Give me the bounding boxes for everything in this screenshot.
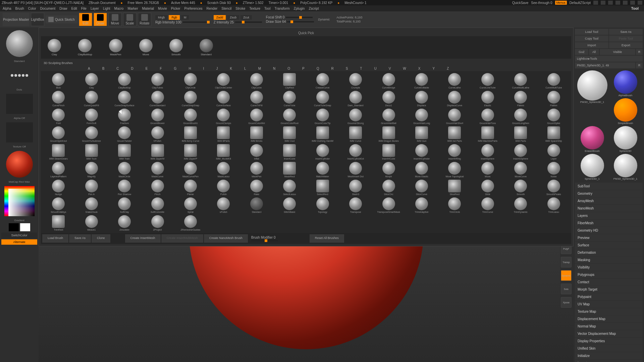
section-unified-skin[interactable]: Unified Skin <box>575 345 643 352</box>
brush-curvemultitube[interactable]: CurveMultiTube <box>538 72 570 89</box>
alpha-Q[interactable]: Q <box>317 67 319 70</box>
brush-creasecurve[interactable]: CreaseCurve <box>307 72 339 89</box>
brush-cliprect[interactable]: ClipRect <box>273 72 306 89</box>
goz-btn[interactable]: GoZ <box>575 49 588 55</box>
window-btn-2[interactable] <box>601 1 605 5</box>
brush-immcurve[interactable]: IMM Curve <box>339 126 372 143</box>
brush-immbricks[interactable]: IMM Bricks <box>240 126 273 143</box>
brush-groomerstrong[interactable]: GroomerStrong <box>339 108 372 125</box>
alpha-T[interactable]: T <box>360 67 362 70</box>
section-morph-target[interactable]: Morph Target <box>575 286 643 293</box>
alpha-J[interactable]: J <box>216 67 218 70</box>
edit-btn[interactable]: Edit <box>79 13 92 26</box>
brush-insertsphere[interactable]: InsertSphere <box>472 143 504 161</box>
copy-tool-btn[interactable]: Copy Tool <box>575 36 608 42</box>
brush-immbparts[interactable]: IMM BParts <box>207 126 239 143</box>
brush-insertcylinder[interactable]: InsertCylinder <box>307 143 339 161</box>
move-btn[interactable]: Move <box>108 13 122 26</box>
window-btn-4[interactable] <box>615 1 620 5</box>
brush-trimlasso[interactable]: TrimLasso <box>538 197 570 214</box>
alpha-U[interactable]: U <box>374 67 376 70</box>
brush-immtoon[interactable]: IMM Toon <box>75 143 107 161</box>
brush-fold[interactable]: Fold <box>42 108 74 125</box>
brush-selectlasso[interactable]: SelectLasso <box>273 179 306 196</box>
color-picker[interactable] <box>4 186 35 216</box>
close-btn[interactable] <box>638 1 642 5</box>
brush-trimcurve[interactable]: TrimCurve <box>472 197 504 214</box>
brush-groomhairball[interactable]: GroomHairBall <box>372 108 405 125</box>
alpha-V[interactable]: V <box>389 67 391 70</box>
stroke-preview[interactable] <box>6 65 33 85</box>
save-as-tool-btn[interactable]: Save As <box>609 29 643 35</box>
alpha-W[interactable]: W <box>403 67 406 70</box>
tool-thumb-4[interactable]: Sphere3D <box>609 126 641 153</box>
brush-displacecurve[interactable]: DisplaceCurve <box>438 90 471 107</box>
brush-curvetube[interactable]: CurveTube <box>273 90 306 107</box>
m-btn[interactable]: M <box>181 15 189 20</box>
brush-curvesnapsurface[interactable]: CurveSnapSurface <box>108 90 141 107</box>
window-btn-6[interactable] <box>630 1 635 5</box>
tool-thumb-6[interactable]: PM3D_Sphere3D_1 <box>609 154 641 180</box>
section-visibility[interactable]: Visibility <box>575 264 643 271</box>
brush-polish[interactable]: Polish <box>207 179 239 196</box>
projection-master-btn[interactable]: Projection Master <box>3 13 30 26</box>
alpha-H[interactable]: H <box>189 67 191 70</box>
brush-clipcurve[interactable]: ClipCurve <box>240 72 273 89</box>
brush-groomblower[interactable]: GroomBlower <box>141 108 173 125</box>
brush-clipcircle[interactable]: ClipCircle <box>174 72 207 89</box>
section-polygroups[interactable]: Polygroups <box>575 271 643 278</box>
menu-file[interactable]: File <box>81 7 87 10</box>
brush-curvesurface[interactable]: CurveSurface <box>207 90 239 107</box>
tool-r-btn[interactable]: R <box>636 62 643 68</box>
brush-rake[interactable]: Rake <box>240 179 273 196</box>
brush-crumple[interactable]: Crumple <box>339 72 372 89</box>
alpha-L[interactable]: L <box>244 67 246 70</box>
brush-insertssphere[interactable]: InsertSSphere <box>504 143 537 161</box>
menu-marker[interactable]: Marker <box>127 7 138 10</box>
goz-visible-btn[interactable]: Visible <box>600 49 635 55</box>
alpha-K[interactable]: K <box>230 67 232 70</box>
brush-groomlengthen[interactable]: GroomLengthen <box>504 108 537 125</box>
brush-curvequadfill[interactable]: CurveQuadFill <box>75 90 107 107</box>
brush-immindparts[interactable]: IMM Ind Parts <box>438 126 471 143</box>
brush-inserthring[interactable]: InsertHRing <box>438 143 471 161</box>
brush-spolish[interactable]: sPolish <box>207 197 239 214</box>
brush-zremesherguides[interactable]: ZRemesherGuides <box>174 215 207 232</box>
brush-inflat[interactable]: Inflat <box>240 143 273 161</box>
section-geometry-hd[interactable]: Geometry HD <box>575 227 643 234</box>
brush-preview[interactable] <box>6 30 33 57</box>
alpha-F[interactable]: F <box>160 67 162 70</box>
draw-size-slider[interactable]: Draw Size 64 <box>266 20 314 23</box>
menu-tool[interactable]: Tool <box>264 7 270 10</box>
brush-curveeditable[interactable]: CurveEditable <box>406 72 438 89</box>
menu-edit[interactable]: Edit <box>71 7 77 10</box>
lightbox-btn[interactable]: LightBox <box>31 13 44 26</box>
brush-maskcircle[interactable]: MaskCircle <box>108 161 141 178</box>
alpha-Z[interactable]: Z <box>447 67 449 70</box>
section-displacement-map[interactable]: Displacement Map <box>575 315 643 322</box>
current-tool-name[interactable]: PM3D_Sphere3D_1. 49 <box>575 62 635 68</box>
texture-preview[interactable] <box>6 122 33 142</box>
load-brush-btn[interactable]: Load Brush <box>42 234 68 243</box>
saveas-brush-btn[interactable]: Save As <box>69 234 91 243</box>
brush-slide[interactable]: Slide <box>472 179 504 196</box>
swatch-secondary[interactable] <box>9 223 19 231</box>
alpha-P[interactable]: P <box>302 67 305 70</box>
menu-alpha[interactable]: Alpha <box>3 7 11 10</box>
lightbox-tools-btn[interactable]: Lightbox▸Tools <box>575 56 643 62</box>
alpha-R[interactable]: R <box>331 67 333 70</box>
swatch-primary[interactable] <box>20 223 30 231</box>
brush-layeredpattern[interactable]: LayeredPattern <box>42 161 74 178</box>
menu-stroke[interactable]: Stroke <box>235 7 245 10</box>
menu-material[interactable]: Material <box>142 7 154 10</box>
brush-trimdynamic[interactable]: TrimDynamic <box>504 197 537 214</box>
section-geometry[interactable]: Geometry <box>575 190 643 197</box>
draw-btn[interactable]: Draw <box>94 13 107 26</box>
section-preview[interactable]: Preview <box>575 234 643 241</box>
z-intensity-slider[interactable]: Z Intensity 25 <box>214 20 262 24</box>
export-btn[interactable]: Export <box>609 42 643 48</box>
alpha-S[interactable]: S <box>346 67 348 70</box>
window-btn-3[interactable] <box>608 1 613 5</box>
section-uv-map[interactable]: UV Map <box>575 301 643 308</box>
brush-formsoft[interactable]: FormSoft <box>75 108 107 125</box>
